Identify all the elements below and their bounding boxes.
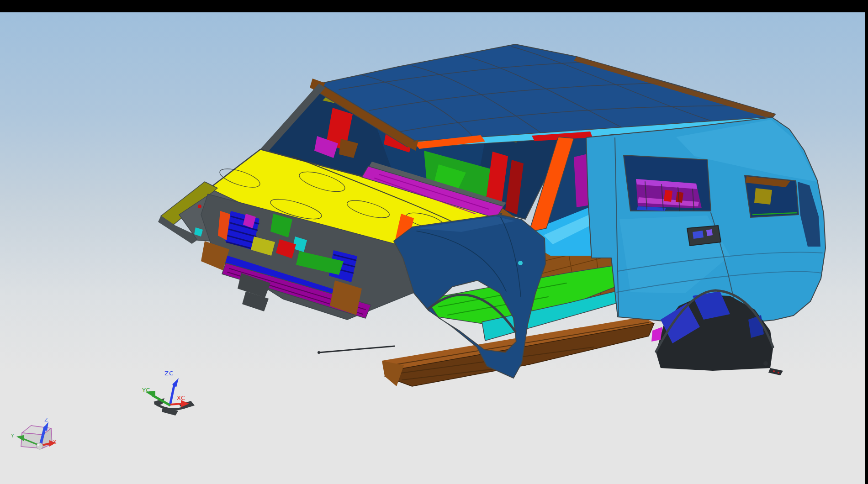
view-y-label: Y <box>11 433 14 439</box>
view-x-label: X <box>53 439 57 445</box>
door-handle-recess[interactable] <box>687 226 721 246</box>
wcs-z-axis[interactable] <box>170 384 175 405</box>
cargo-red-tab1[interactable] <box>664 190 672 202</box>
view-origin-sphere-highlight <box>37 444 40 446</box>
wcs-x-axis[interactable] <box>170 404 182 405</box>
view-z-label: Z <box>44 417 48 423</box>
view-y-head[interactable] <box>16 435 24 441</box>
front-rod[interactable] <box>319 346 395 352</box>
debris-red-speck <box>773 370 775 372</box>
right-black-bar <box>865 0 868 484</box>
door-handle-violet-glyph <box>706 229 713 236</box>
debris-red-speck2 <box>778 372 779 374</box>
fender-teal-dot <box>518 261 523 265</box>
car-body-model[interactable] <box>0 0 868 484</box>
front-rod-hook <box>318 351 320 354</box>
top-black-bar <box>0 0 868 12</box>
view-origin-sphere[interactable] <box>37 443 43 449</box>
cargo-red-tab2[interactable] <box>676 192 683 203</box>
cad-application-window: { "app": {"description": "3D CAD viewpor… <box>0 0 868 484</box>
wcs-xc-label: XC <box>177 395 185 401</box>
headlamp-red-dot <box>198 205 201 208</box>
door-handle-blue-glyph <box>693 231 704 239</box>
wcs-zc-label: ZC <box>164 370 174 377</box>
wcs-yc-label: YC <box>142 387 150 394</box>
quarter-window-olive-tag[interactable] <box>754 188 772 205</box>
debris-dot[interactable] <box>763 361 768 366</box>
debris-bracket[interactable] <box>768 368 783 375</box>
